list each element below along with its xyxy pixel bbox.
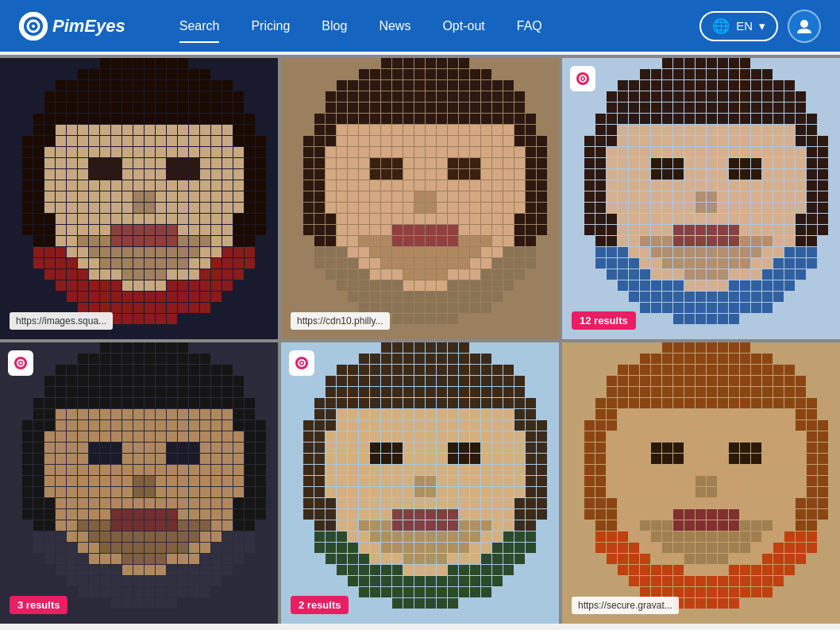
url-badge-6: https://secure.gravat... [572,597,679,614]
nav-news[interactable]: News [363,13,426,40]
face-image-1 [0,58,278,339]
url-badge-2: https://cdn10.philly... [291,312,390,330]
results-badge-4: 3 results [10,596,67,614]
nav-blog[interactable]: Blog [306,13,363,40]
results-badge-3: 12 results [572,311,636,330]
language-label: EN [736,19,753,33]
language-button[interactable]: 🌐 EN ▾ [699,11,778,41]
pimeyes-badge-5 [289,350,314,376]
results-grid: https://images.squa... https://cdn10.phi… [0,55,840,624]
logo[interactable]: PimEyes [19,12,125,41]
pimeyes-small-icon-2 [13,355,29,371]
pimeyes-small-icon-3 [294,355,310,371]
user-button[interactable] [788,10,821,43]
nav-search[interactable]: Search [164,13,236,40]
face-image-4 [0,342,278,624]
main-header: PimEyes Search Pricing Blog News Opt-out… [0,0,840,52]
nav-opt-out[interactable]: Opt-out [426,13,500,40]
logo-circle [19,12,48,41]
pimeyes-small-icon [575,71,591,87]
main-nav: Search Pricing Blog News Opt-out FAQ [164,13,699,40]
results-badge-5: 2 results [291,596,349,614]
url-badge-1: https://images.squa... [10,312,113,330]
grid-item-3[interactable]: 12 results [562,58,840,339]
face-image-5 [281,342,559,624]
grid-item-2[interactable]: https://cdn10.philly... [281,58,559,339]
svg-point-8 [582,78,584,80]
chevron-down-icon: ▾ [759,19,765,33]
user-icon [796,17,813,35]
svg-point-16 [301,362,303,365]
face-image-3 [562,58,840,339]
grid-item-4[interactable]: 3 results [0,342,278,624]
grid-item-6[interactable]: https://secure.gravat... [562,342,840,624]
globe-icon: 🌐 [712,17,730,35]
nav-faq[interactable]: FAQ [501,13,558,40]
grid-item-1[interactable]: https://images.squa... [0,58,278,339]
pimeyes-badge-3 [570,66,595,91]
face-image-6 [562,342,840,624]
logo-text: PimEyes [52,16,125,37]
grid-item-5[interactable]: 2 results [281,342,559,624]
svg-point-3 [32,25,35,28]
header-right: 🌐 EN ▾ [699,10,821,43]
svg-point-12 [20,362,22,365]
logo-icon [19,12,48,41]
pimeyes-badge-4 [8,350,33,376]
nav-pricing[interactable]: Pricing [235,13,306,40]
face-image-2 [281,58,559,339]
svg-point-4 [800,20,808,28]
